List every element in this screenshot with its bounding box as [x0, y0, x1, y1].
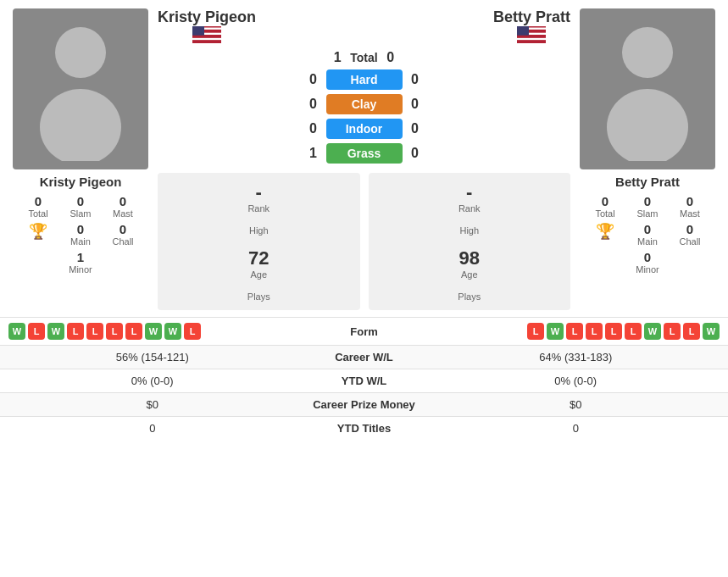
stat-minor-val-left: 1: [77, 250, 84, 264]
form-badge-left: L: [184, 323, 201, 340]
form-row: WLWLLLLWWL Form LWLLLLWLLW: [0, 317, 728, 345]
stat-minor-right: 0 Minor: [631, 250, 664, 275]
form-badges-left: WLWLLLLWWL: [8, 323, 297, 340]
stat-minor-lbl-right: Minor: [636, 264, 659, 275]
total-label: Total: [350, 51, 377, 64]
trophy-right: 🏆: [588, 222, 622, 247]
left-grass-score: 1: [301, 146, 326, 161]
stat-slam-lbl-right: Slam: [636, 208, 658, 219]
stat-minor-lbl-left: Minor: [69, 264, 92, 275]
top-section: Kristy Pigeon 0 Total 0 Slam 0 Mast 🏆: [0, 0, 728, 310]
right-clay-score: 0: [403, 97, 428, 112]
svg-rect-7: [192, 38, 221, 40]
high-value-right: High: [459, 225, 479, 236]
stat-chall-lbl-left: Chall: [112, 236, 133, 247]
stat-slam-left: 0 Slam: [64, 194, 97, 219]
player-right: Betty Pratt 0 Total 0 Slam 0 Mast 🏆: [575, 8, 720, 275]
score-row-grass: 1 Grass 0: [301, 143, 428, 164]
svg-rect-8: [192, 41, 221, 42]
svg-rect-14: [517, 36, 546, 37]
stat-main-right: 0 Main: [631, 222, 664, 247]
left-total-score: 1: [325, 50, 350, 65]
ytd-titles-right: 0: [432, 422, 720, 435]
trophy-left: 🏆: [21, 222, 55, 247]
grass-badge: Grass: [326, 143, 403, 164]
player-name-mid-left: Kristy Pigeon: [158, 8, 256, 26]
form-badge-right: L: [664, 323, 681, 340]
ytd-titles-label: YTD Titles: [297, 422, 432, 435]
stat-slam-right: 0 Slam: [631, 194, 664, 219]
stat-slam-lbl-left: Slam: [69, 208, 91, 219]
form-badges-right: LWLLLLWLLW: [432, 323, 720, 340]
form-badge-right: L: [566, 323, 583, 340]
ytd-wl-row: 0% (0-0) YTD W/L 0% (0-0): [0, 369, 728, 392]
form-badge-left: L: [67, 323, 84, 340]
plays-label-left: Plays: [247, 291, 270, 302]
form-badge-right: L: [527, 323, 544, 340]
form-badge-left: L: [86, 323, 103, 340]
name-flag-left: Kristy Pigeon: [158, 8, 256, 43]
svg-point-0: [55, 27, 106, 78]
ytd-titles-left: 0: [8, 422, 297, 435]
svg-rect-15: [517, 38, 546, 40]
flag-right: [517, 26, 546, 43]
rank-label-left: Rank: [247, 203, 270, 214]
rank-value-right: -: [466, 181, 472, 203]
age-field-right: 98 Age: [381, 247, 559, 280]
trophy-icon-right: 🏆: [596, 222, 614, 241]
info-card-left: - Rank High 72 Age Plays: [158, 173, 360, 310]
career-wl-row: 56% (154-121) Career W/L 64% (331-183): [0, 345, 728, 369]
stat-total-lbl-right: Total: [595, 208, 614, 219]
stat-minor-left: 1 Minor: [64, 250, 97, 275]
info-card-right: - Rank High 98 Age Plays: [369, 173, 571, 310]
player-name-left: Kristy Pigeon: [40, 175, 122, 189]
total-score-row: 1 Total 0: [325, 50, 403, 65]
age-value-left: 72: [248, 247, 269, 269]
plays-field-left: Plays: [169, 291, 348, 302]
stat-mast-lbl-left: Mast: [113, 208, 133, 219]
stat-chall-val-left: 0: [119, 222, 126, 236]
rank-field-left: - Rank: [169, 181, 348, 214]
form-badge-left: W: [145, 323, 162, 340]
form-badge-left: L: [28, 323, 45, 340]
form-badge-left: L: [106, 323, 123, 340]
form-badge-right: L: [625, 323, 642, 340]
ytd-wl-label: YTD W/L: [297, 374, 432, 387]
names-flags-row: Kristy Pigeon Betty Pratt: [158, 8, 570, 43]
svg-rect-6: [192, 36, 221, 37]
stat-chall-right: 0 Chall: [673, 222, 707, 247]
stat-slam-val-left: 0: [77, 194, 84, 208]
clay-badge: Clay: [326, 94, 403, 114]
player-name-mid-right: Betty Pratt: [493, 8, 570, 26]
ytd-wl-left: 0% (0-0): [8, 374, 297, 387]
player-left: Kristy Pigeon 0 Total 0 Slam 0 Mast 🏆: [8, 8, 153, 275]
rank-label-right: Rank: [458, 203, 481, 214]
main-container: Kristy Pigeon 0 Total 0 Slam 0 Mast 🏆: [0, 0, 728, 440]
name-flag-right: Betty Pratt: [493, 8, 570, 43]
player-stats-left: 0 Total 0 Slam 0 Mast 🏆 0 Main: [8, 194, 153, 275]
form-badge-right: W: [644, 323, 661, 340]
stat-mast-left: 0 Mast: [106, 194, 140, 219]
age-label-right: Age: [461, 269, 478, 280]
stat-chall-lbl-right: Chall: [679, 236, 700, 247]
player-name-right: Betty Pratt: [615, 175, 680, 189]
stat-total-lbl-left: Total: [28, 208, 47, 219]
prize-left: $0: [8, 398, 297, 411]
svg-point-1: [40, 89, 121, 161]
flag-left: [192, 26, 221, 43]
career-wl-left: 56% (154-121): [8, 351, 297, 363]
stat-total-val-right: 0: [602, 194, 609, 208]
prize-right: $0: [432, 398, 720, 411]
stat-minor-val-right: 0: [644, 250, 651, 264]
trophy-icon-left: 🏆: [29, 222, 47, 241]
form-label: Form: [297, 325, 432, 338]
prize-row: $0 Career Prize Money $0: [0, 392, 728, 416]
svg-rect-9: [192, 26, 204, 36]
plays-label-right: Plays: [458, 291, 481, 302]
stat-mast-val-left: 0: [119, 194, 126, 208]
hard-badge: Hard: [326, 69, 403, 90]
svg-rect-16: [517, 41, 546, 42]
info-cards-row: - Rank High 72 Age Plays: [158, 173, 570, 310]
stat-mast-right: 0 Mast: [673, 194, 707, 219]
right-total-score: 0: [378, 50, 403, 65]
